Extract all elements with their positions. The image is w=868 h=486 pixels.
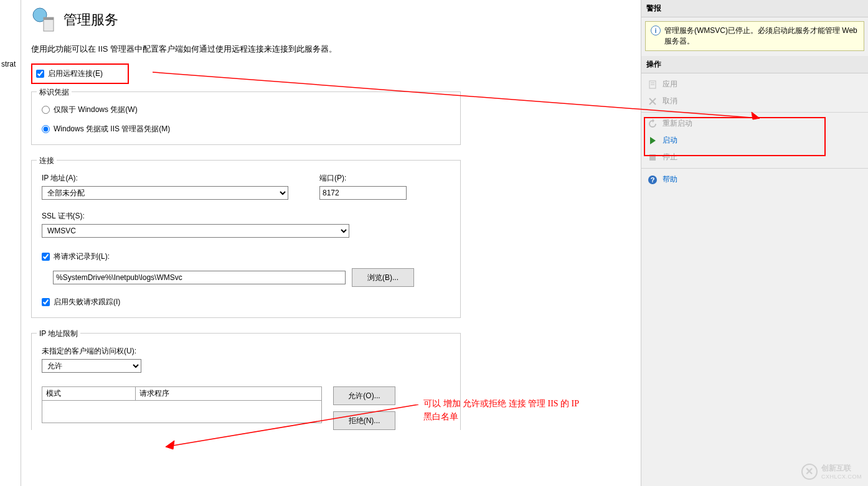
col-requestor-header[interactable]: 请求程序 — [136, 387, 322, 401]
watermark-brand: 创新互联 — [821, 463, 862, 474]
ip-restriction-panel: IP 地址限制 未指定的客户端的访问权(U): 允许 模式 请求程序 允许(O)… — [31, 333, 461, 430]
stop-icon — [648, 152, 658, 162]
enable-failed-request-tracing-checkbox[interactable]: 启用失败请求跟踪(I) — [42, 297, 450, 307]
port-input[interactable] — [319, 186, 407, 200]
ssl-cert-select[interactable]: WMSVC — [42, 224, 349, 238]
watermark: ✕ 创新互联 CXHLCX.COM — [801, 463, 862, 480]
enable-remote-highlight: 启用远程连接(E) — [31, 63, 129, 84]
log-path-input[interactable] — [53, 271, 346, 284]
actions-list: 应用 取消 重新启动 启动 停止 ? 帮助 — [641, 73, 868, 190]
identity-credentials-panel: 标识凭据 仅限于 Windows 凭据(W) Windows 凭据或 IIS 管… — [31, 91, 461, 145]
left-strip: strat — [0, 0, 21, 486]
log-check-label: 将请求记录到(L): — [54, 251, 110, 262]
info-icon: i — [651, 26, 661, 35]
apply-icon — [648, 80, 658, 90]
connections-panel: 连接 IP 地址(A): 全部未分配 端口(P): SSL 证书(S): WMS… — [31, 160, 461, 318]
alert-text: 管理服务(WMSVC)已停止。必须启动此服务才能管理 Web 服务器。 — [664, 26, 860, 47]
ip-table-body[interactable] — [42, 401, 322, 423]
failtrace-label: 启用失败请求跟踪(I) — [54, 297, 120, 307]
windows-or-iis-credentials-radio[interactable] — [42, 125, 50, 133]
alerts-header: 警报 — [641, 0, 868, 17]
left-strip-text: strat — [1, 60, 16, 68]
watermark-icon: ✕ — [801, 464, 818, 480]
restart-action: 重新启动 — [641, 115, 868, 132]
restart-icon — [648, 119, 658, 129]
connections-panel-title: 连接 — [37, 156, 57, 166]
radio1-label: 仅限于 Windows 凭据(W) — [54, 105, 138, 115]
ssl-cert-label: SSL 证书(S): — [42, 211, 450, 222]
log-requests-checkbox[interactable]: 将请求记录到(L): — [42, 251, 450, 262]
start-icon — [648, 136, 658, 146]
allow-button[interactable]: 允许(O)... — [333, 386, 395, 405]
col-mode-header[interactable]: 模式 — [42, 387, 136, 401]
management-service-icon — [31, 7, 56, 32]
ip-restriction-panel-title: IP 地址限制 — [37, 329, 80, 339]
stop-action: 停止 — [641, 149, 868, 166]
deny-button[interactable]: 拒绝(N)... — [333, 411, 395, 430]
start-action[interactable]: 启动 — [641, 132, 868, 149]
port-label: 端口(P): — [319, 173, 407, 184]
alert-box: i 管理服务(WMSVC)已停止。必须启动此服务才能管理 Web 服务器。 — [645, 21, 864, 51]
access-select[interactable]: 允许 — [42, 359, 141, 373]
cancel-action: 取消 — [641, 93, 868, 110]
windows-credentials-only-radio[interactable] — [42, 106, 50, 114]
access-label: 未指定的客户端的访问权(U): — [42, 346, 450, 357]
actions-header: 操作 — [641, 56, 868, 73]
page-description: 使用此功能可以在 IIS 管理器中配置客户端如何通过使用远程连接来连接到此服务器… — [31, 44, 634, 55]
svg-rect-2 — [44, 17, 54, 20]
svg-rect-6 — [649, 154, 656, 161]
svg-text:?: ? — [651, 176, 655, 184]
right-panel: 警报 i 管理服务(WMSVC)已停止。必须启动此服务才能管理 Web 服务器。… — [641, 0, 868, 486]
apply-action: 应用 — [641, 76, 868, 93]
annotation-text: 可以 增加 允许或拒绝 连接 管理 IIS 的 IP 黑白名单 — [423, 397, 579, 423]
enable-remote-connections-checkbox[interactable]: 启用远程连接(E) — [36, 68, 103, 79]
radio2-label: Windows 凭据或 IIS 管理器凭据(M) — [54, 124, 170, 134]
help-action[interactable]: ? 帮助 — [641, 171, 868, 188]
cancel-icon — [648, 96, 658, 106]
enable-remote-label: 启用远程连接(E) — [48, 68, 103, 79]
ip-restriction-table[interactable]: 模式 请求程序 — [42, 386, 322, 401]
help-icon: ? — [648, 175, 658, 185]
page-title: 管理服务 — [64, 11, 118, 29]
identity-panel-title: 标识凭据 — [37, 87, 72, 98]
ip-address-label: IP 地址(A): — [42, 173, 288, 184]
ip-address-select[interactable]: 全部未分配 — [42, 186, 288, 200]
browse-button[interactable]: 浏览(B)... — [352, 268, 414, 287]
